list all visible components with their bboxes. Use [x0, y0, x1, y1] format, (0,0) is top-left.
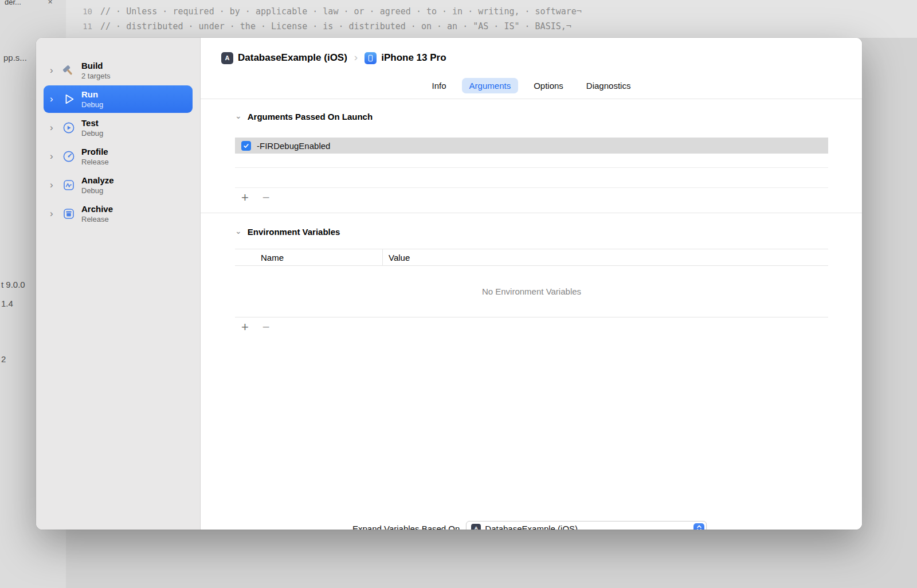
expand-variables-label: Expand Variables Based On	[352, 524, 460, 530]
background-label: 2	[1, 354, 6, 364]
popup-stepper-icon[interactable]	[693, 523, 704, 530]
column-header-value: Value	[383, 253, 410, 262]
chevron-right-icon[interactable]: ›	[50, 209, 58, 218]
add-icon[interactable]: +	[241, 321, 249, 334]
analyze-icon	[61, 178, 76, 193]
background-tab-title: der...	[5, 0, 21, 6]
sidebar-item-analyze[interactable]: › Analyze Debug	[44, 171, 193, 199]
test-play-circle-icon	[61, 120, 76, 136]
disclosure-chevron-icon[interactable]: ⌄	[235, 111, 242, 120]
background-editor: 10 // · Unless · required · by · applica…	[66, 0, 917, 38]
chevron-right-icon[interactable]: ›	[50, 151, 58, 161]
chevron-right-icon[interactable]: ›	[50, 180, 58, 190]
environment-section-header: ⌄ Environment Variables	[201, 227, 862, 237]
project-icon: A	[471, 524, 481, 530]
destination-name[interactable]: iPhone 13 Pro	[381, 52, 446, 64]
empty-table-row	[235, 154, 828, 168]
argument-checkbox[interactable]	[241, 141, 251, 151]
scheme-main-panel: A DatabaseExample (iOS) › iPhone 13 Pro …	[201, 38, 862, 530]
chevron-right-icon[interactable]: ›	[50, 94, 58, 104]
sidebar-item-sublabel: Debug	[81, 100, 103, 109]
sidebar-item-sublabel: Debug	[81, 129, 103, 138]
column-header-name: Name	[235, 249, 383, 265]
chevron-right-icon[interactable]: ›	[50, 65, 58, 75]
scheme-editor-dialog: › Build 2 targets ›	[36, 38, 862, 530]
environment-add-remove: + −	[241, 320, 862, 335]
arguments-section-title: Arguments Passed On Launch	[248, 112, 373, 121]
arguments-tab-content: ⌄ Arguments Passed On Launch -FIRDebugEn…	[201, 100, 862, 530]
archive-box-icon	[61, 206, 76, 222]
background-tab: der... ✕	[5, 0, 53, 6]
sidebar-item-test[interactable]: › Test Debug	[44, 114, 193, 142]
argument-value[interactable]: -FIRDebugEnabled	[257, 141, 330, 151]
sidebar-item-build[interactable]: › Build 2 targets	[44, 57, 193, 84]
sidebar-item-archive[interactable]: › Archive Release	[44, 200, 193, 228]
scheme-name[interactable]: DatabaseExample (iOS)	[238, 52, 347, 64]
tab-bar: Info Arguments Options Diagnostics	[201, 78, 862, 93]
disclosure-chevron-icon[interactable]: ⌄	[235, 226, 242, 236]
launch-arguments-table: -FIRDebugEnabled	[235, 138, 828, 188]
background-file-label: pp.s...	[3, 53, 27, 62]
empty-table-row	[235, 168, 828, 188]
sidebar-item-label: Test	[81, 118, 103, 128]
tab-diagnostics[interactable]: Diagnostics	[579, 78, 638, 93]
scheme-actions-sidebar: › Build 2 targets ›	[36, 38, 201, 530]
hammer-icon	[61, 63, 76, 79]
section-divider	[201, 213, 862, 213]
arguments-add-remove: + −	[241, 190, 862, 205]
sidebar-item-sublabel: Release	[81, 215, 113, 224]
gauge-icon	[61, 149, 76, 164]
arguments-section-header: ⌄ Arguments Passed On Launch	[201, 112, 862, 121]
expand-variables-popup[interactable]: A DatabaseExample (iOS)	[466, 521, 707, 530]
sidebar-item-run[interactable]: › Run Debug	[44, 85, 193, 113]
breadcrumb: A DatabaseExample (iOS) › iPhone 13 Pro	[221, 52, 446, 64]
iphone-icon	[365, 52, 377, 64]
sidebar-item-label: Analyze	[81, 175, 114, 186]
chevron-right-icon[interactable]: ›	[50, 123, 58, 132]
sidebar-item-sublabel: Debug	[81, 186, 114, 195]
tab-arguments[interactable]: Arguments	[462, 78, 519, 93]
code-text: // · Unless · required · by · applicable…	[100, 6, 582, 17]
breadcrumb-chevron-icon: ›	[354, 51, 358, 64]
expand-variables-row: Expand Variables Based On A DatabaseExam…	[352, 521, 707, 530]
sidebar-item-profile[interactable]: › Profile Release	[44, 143, 193, 170]
sidebar-item-label: Build	[81, 61, 111, 71]
project-icon: A	[221, 52, 233, 64]
remove-icon[interactable]: −	[262, 191, 270, 204]
code-line: 11 // · distributed · under · the · Lice…	[66, 21, 571, 32]
background-label: t 9.0.0	[1, 280, 25, 289]
argument-row[interactable]: -FIRDebugEnabled	[235, 138, 828, 154]
tab-options[interactable]: Options	[526, 78, 571, 93]
close-icon: ✕	[48, 0, 53, 6]
scheme-header: A DatabaseExample (iOS) › iPhone 13 Pro …	[201, 38, 862, 99]
remove-icon[interactable]: −	[262, 321, 270, 334]
code-text: // · distributed · under · the · License…	[100, 21, 571, 32]
sidebar-item-label: Archive	[81, 204, 113, 214]
environment-table-header: Name Value	[235, 249, 828, 266]
line-number: 11	[66, 22, 100, 31]
sidebar-item-sublabel: Release	[81, 158, 109, 167]
play-icon	[61, 92, 76, 107]
environment-empty-placeholder: No Environment Variables	[235, 266, 828, 317]
sidebar-item-label: Profile	[81, 147, 109, 157]
add-icon[interactable]: +	[241, 191, 249, 204]
background-label: 1.4	[1, 299, 13, 308]
tab-info[interactable]: Info	[425, 78, 454, 93]
sidebar-item-sublabel: 2 targets	[81, 72, 111, 81]
environment-section-title: Environment Variables	[248, 227, 340, 237]
line-number: 10	[66, 7, 100, 16]
sidebar-item-label: Run	[81, 89, 103, 100]
expand-variables-value: DatabaseExample (iOS)	[485, 524, 693, 530]
code-line: 10 // · Unless · required · by · applica…	[66, 6, 582, 17]
environment-variables-table: Name Value No Environment Variables	[235, 249, 828, 317]
